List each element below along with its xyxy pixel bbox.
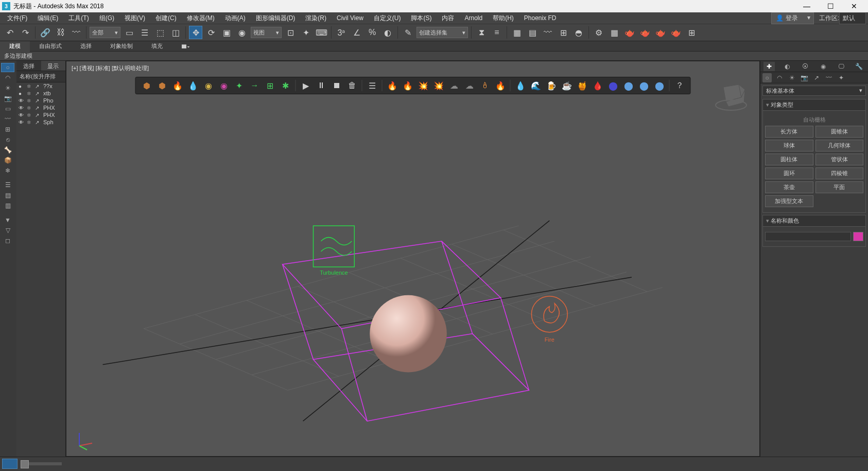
display-groups-icon[interactable]: ⊞ xyxy=(1,125,14,134)
layer-explorer-button[interactable]: ▦ xyxy=(510,26,524,39)
mirror-button[interactable]: ⧗ xyxy=(475,26,488,39)
toggle-ribbon-button[interactable]: ▤ xyxy=(526,26,539,39)
menu-tools[interactable]: 工具(T) xyxy=(63,12,94,24)
play-sim-button[interactable]: ▶ xyxy=(299,79,313,92)
search-filter-icon[interactable]: ▽ xyxy=(1,226,14,235)
render-iterative-button[interactable]: 🫖 xyxy=(638,26,652,39)
object-name-input[interactable] xyxy=(765,232,851,241)
help-icon[interactable]: ？ xyxy=(673,79,686,92)
render-setup-button[interactable]: ⚙ xyxy=(592,26,605,39)
object-color-swatch[interactable] xyxy=(853,232,863,241)
preset-ink-icon[interactable]: ⬤ xyxy=(606,79,620,92)
selection-filter-dropdown[interactable]: 全部 xyxy=(90,27,120,38)
tree-tab-select[interactable]: 选择 xyxy=(16,61,41,71)
lights-cat-icon[interactable]: ☀ xyxy=(787,73,796,82)
cylinder-button[interactable]: 圆柱体 xyxy=(765,154,813,165)
menu-view[interactable]: 视图(V) xyxy=(119,12,150,24)
display-helpers-icon[interactable]: ▭ xyxy=(1,104,14,113)
tag-icon[interactable]: ◻ xyxy=(1,236,14,245)
rotate-button[interactable]: ⟳ xyxy=(204,26,218,39)
preset-ocean-icon[interactable]: 🌊 xyxy=(529,79,543,92)
curve-editor-button[interactable]: 〰 xyxy=(541,26,554,39)
unlink-button[interactable]: ⛓ xyxy=(54,26,67,39)
display-tab-icon[interactable]: 🖵 xyxy=(836,62,847,71)
menu-phoenixfd[interactable]: Phoenix FD xyxy=(519,12,562,24)
phx-fire-icon[interactable]: 🔥 xyxy=(171,79,184,92)
plane-button[interactable]: 平面 xyxy=(815,181,864,193)
align-button[interactable]: ≡ xyxy=(490,26,504,39)
menu-help[interactable]: 帮助(H) xyxy=(488,12,519,24)
edit-named-selection-button[interactable]: ✎ xyxy=(401,26,414,39)
menu-arnold[interactable]: Arnold xyxy=(459,12,488,24)
menu-customize[interactable]: 自定义(U) xyxy=(369,12,406,24)
modify-tab-icon[interactable]: ◐ xyxy=(782,62,793,71)
shapes-cat-icon[interactable]: ◠ xyxy=(775,73,784,82)
cameras-cat-icon[interactable]: 📷 xyxy=(800,73,809,82)
select-by-name-button[interactable]: ☰ xyxy=(138,26,151,39)
move-button[interactable]: ✥ xyxy=(189,26,202,39)
phx-particles-icon[interactable]: ✱ xyxy=(279,79,292,92)
login-dropdown[interactable]: 👤 登录 xyxy=(771,12,813,24)
menu-civilview[interactable]: Civil View xyxy=(332,12,369,24)
phx-cube2-icon[interactable]: ⬢ xyxy=(155,79,169,92)
pause-sim-button[interactable]: ⏸ xyxy=(315,79,328,92)
ribbon-tab-objectpaint[interactable]: 对象绘制 xyxy=(101,41,142,52)
render-preset-button[interactable]: ⊞ xyxy=(685,26,698,39)
named-selection-dropdown[interactable]: 创建选择集 xyxy=(416,27,468,38)
tree-header[interactable]: 名称(按升序排 xyxy=(16,71,65,82)
box-button[interactable]: 长方体 xyxy=(765,126,813,138)
render-activeshade-button[interactable]: 🫖 xyxy=(654,26,667,39)
close-button[interactable]: ✕ xyxy=(842,0,866,12)
preset-honey-icon[interactable]: 🍯 xyxy=(576,79,589,92)
tree-item[interactable]: ●❄↗??x xyxy=(16,82,65,90)
refcoord-dropdown[interactable]: 视图 xyxy=(251,27,282,38)
filter-icon[interactable]: ▼ xyxy=(1,215,14,225)
select-region-button[interactable]: ⬚ xyxy=(153,26,167,39)
delete-sim-button[interactable]: 🗑 xyxy=(345,79,359,92)
link-button[interactable]: 🔗 xyxy=(39,26,52,39)
preset-fire-icon[interactable]: 🔥 xyxy=(386,79,399,92)
geometry-cat-icon[interactable]: ○ xyxy=(762,73,772,82)
create-tab-icon[interactable]: ✚ xyxy=(763,62,775,71)
minimize-button[interactable]: — xyxy=(795,0,819,12)
preset-beer-icon[interactable]: 🍺 xyxy=(545,79,558,92)
menu-group[interactable]: 组(G) xyxy=(94,12,119,24)
material-editor-button[interactable]: ◓ xyxy=(572,26,585,39)
task-thumbnail[interactable] xyxy=(2,459,18,469)
menu-content[interactable]: 内容 xyxy=(437,12,459,24)
tree-item[interactable]: 👁❄↗Sph xyxy=(16,119,65,126)
window-crossing-button[interactable]: ◫ xyxy=(169,26,182,39)
motion-tab-icon[interactable]: ◉ xyxy=(818,62,829,71)
preset-fire2-icon[interactable]: 🔥 xyxy=(401,79,414,92)
percent-snap-button[interactable]: % xyxy=(366,26,379,39)
viewport-perspective[interactable]: [+] [透视] [标准] [默认明暗处理] xyxy=(66,61,760,457)
display-containers-icon[interactable]: 📦 xyxy=(1,156,14,165)
pyramid-button[interactable]: 四棱锥 xyxy=(815,167,864,179)
phx-grid-icon[interactable]: ⊞ xyxy=(264,79,277,92)
menu-rendering[interactable]: 渲染(R) xyxy=(300,12,332,24)
menu-create[interactable]: 创建(C) xyxy=(150,12,182,24)
display-lights-icon[interactable]: ☀ xyxy=(1,83,14,93)
object-type-header[interactable]: 对象类型 xyxy=(762,99,866,111)
render-online-button[interactable]: 🫖 xyxy=(669,26,683,39)
bind-button[interactable]: 〰 xyxy=(70,26,83,39)
layer-view-icon[interactable]: ▥ xyxy=(1,201,14,210)
textplus-button[interactable]: 加强型文本 xyxy=(765,195,813,207)
preset-smoke2-icon[interactable]: ☁ xyxy=(463,79,476,92)
systems-cat-icon[interactable]: ✦ xyxy=(837,73,846,82)
schematic-view-button[interactable]: ⊞ xyxy=(557,26,570,39)
helpers-cat-icon[interactable]: ↗ xyxy=(812,73,821,82)
cone-button[interactable]: 圆锥体 xyxy=(815,126,864,138)
tree-item[interactable]: ●❄↗xtb xyxy=(16,90,65,97)
preset-torch-icon[interactable]: 🔥 xyxy=(494,79,507,92)
preset-candle-icon[interactable]: 🕯 xyxy=(478,79,492,92)
primitive-type-dropdown[interactable]: 标准基本体 xyxy=(762,86,866,96)
ribbon-expand-button[interactable]: ⯀▾ xyxy=(172,41,199,52)
viewcube[interactable] xyxy=(713,77,749,113)
preset-paint-icon[interactable]: ⬤ xyxy=(622,79,635,92)
teapot-button[interactable]: 茶壶 xyxy=(765,181,813,193)
preset-coffee-icon[interactable]: ☕ xyxy=(560,79,574,92)
ribbon-tab-populate[interactable]: 填充 xyxy=(142,41,172,52)
hierarchy-tab-icon[interactable]: ⦿ xyxy=(800,62,811,71)
render-button[interactable]: 🫖 xyxy=(623,26,636,39)
